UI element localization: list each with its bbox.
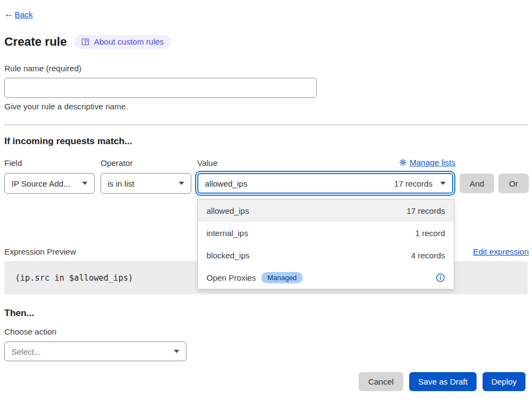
manage-lists-label[interactable]: Manage lists [410,158,455,167]
title-row: Create rule About custom rules [4,35,171,49]
list-item-records: 4 records [411,251,445,260]
match-section-heading: If incoming requests match... [4,136,132,147]
value-dropdown-panel: allowed_ips 17 records internal_ips 1 re… [197,199,454,289]
page-title: Create rule [4,35,67,49]
expression-preview-label: Expression Preview [4,247,76,256]
value-select-records: 17 records [394,179,433,188]
rule-name-helper: Give your rule a descriptive name. [4,102,128,111]
save-as-draft-button[interactable]: Save as Draft [409,372,477,391]
value-select[interactable]: allowed_ips 17 records [197,173,453,194]
back-link[interactable]: ← Back [4,9,33,20]
list-item-name: Open Proxies [206,273,256,282]
value-label: Value [197,158,217,168]
operator-select[interactable]: is in list [101,173,191,194]
chevron-down-icon [82,182,87,185]
rule-name-label: Rule name (required) [4,64,82,73]
operator-select-value: is in list [108,179,134,188]
action-select[interactable]: Select... [4,342,186,361]
or-button[interactable]: Or [498,174,529,193]
choose-action-label: Choose action [4,327,57,336]
list-item-records: 17 records [406,206,445,215]
and-button[interactable]: And [460,174,494,193]
chevron-down-icon [174,350,179,353]
list-item-internal-ips[interactable]: internal_ips 1 record [198,222,454,244]
chevron-down-icon [440,182,446,185]
create-rule-page: ← Back Create rule About custom rules Ru… [0,0,532,402]
list-item-name: blocked_ips [206,251,249,260]
list-item-records: 1 record [415,228,445,238]
rule-name-input[interactable] [4,78,317,98]
action-select-placeholder: Select... [11,347,41,356]
field-label: Field [4,158,22,168]
manage-lists-link[interactable]: Manage lists [399,158,455,167]
expression-code-text: (ip.src in $allowed_ips) [15,273,133,283]
list-item-name: allowed_ips [206,206,249,215]
list-item-open-proxies[interactable]: Open Proxies Managed [198,267,454,289]
section-divider [4,125,528,125]
chevron-down-icon [179,182,184,185]
gear-icon [399,158,407,166]
then-section-heading: Then... [4,308,34,319]
field-select[interactable]: IP Source Add... [4,173,95,194]
operator-label: Operator [101,158,133,168]
back-link-label[interactable]: Back [15,10,33,19]
value-select-value: allowed_ips [205,179,247,188]
book-icon [81,38,90,46]
back-arrow-icon: ← [4,9,14,20]
about-custom-rules-link[interactable]: About custom rules [74,35,171,49]
cancel-button[interactable]: Cancel [359,372,403,391]
list-item-blocked-ips[interactable]: blocked_ips 4 records [198,244,454,267]
about-custom-rules-label: About custom rules [94,37,164,46]
info-icon[interactable] [436,273,445,282]
deploy-button[interactable]: Deploy [483,372,525,391]
field-select-value: IP Source Add... [11,179,70,188]
list-item-allowed-ips[interactable]: allowed_ips 17 records [198,200,454,222]
list-item-name: internal_ips [206,228,248,238]
edit-expression-link[interactable]: Edit expression [473,247,529,256]
managed-badge: Managed [261,272,303,283]
